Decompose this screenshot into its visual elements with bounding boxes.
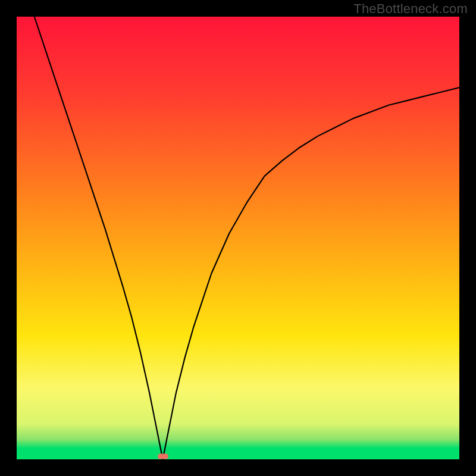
chart-stage: TheBottleneck.com <box>0 0 476 476</box>
watermark-text: TheBottleneck.com <box>353 1 468 17</box>
plot-area <box>17 17 459 459</box>
bottleneck-curve <box>35 17 459 459</box>
minimum-marker <box>158 454 168 459</box>
curve-layer <box>17 17 459 459</box>
